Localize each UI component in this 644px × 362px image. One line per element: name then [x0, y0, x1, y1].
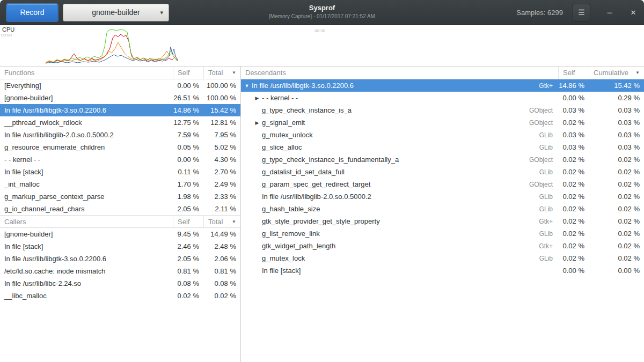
- hamburger-menu-icon: ☰: [578, 9, 585, 16]
- self-percent: 14.86 %: [173, 106, 203, 114]
- functions-row[interactable]: g_resource_enumerate_children0.05 %5.02 …: [0, 141, 240, 153]
- cumulative-percent: 0.02 %: [589, 156, 644, 164]
- descendants-row[interactable]: ▼In file /usr/lib/libgtk-3.so.0.2200.6Gt…: [241, 79, 644, 92]
- self-percent: 0.00 %: [558, 94, 589, 102]
- functions-row[interactable]: _int_malloc1.70 %2.49 %: [0, 178, 240, 190]
- callers-row[interactable]: /etc/ld.so.cache: inode mismatch0.81 %0.…: [0, 265, 240, 277]
- window-subtitle: [Memory Capture] - 01/17/2017 07:21:52 A…: [269, 13, 375, 19]
- collapse-expander-icon[interactable]: ▼: [243, 83, 251, 88]
- descendants-row[interactable]: g_slice_allocGLib0.03 %0.03 %: [241, 141, 644, 153]
- cpu-axis-label: CPU: [2, 26, 14, 33]
- functions-row[interactable]: g_markup_parse_context_parse1.98 %2.33 %: [0, 190, 240, 203]
- close-button[interactable]: ✕: [629, 9, 638, 17]
- function-name: In file /usr/lib/libglib-2.0.so.0.5000.2: [261, 193, 513, 201]
- function-name: /etc/ld.so.cache: inode mismatch: [0, 267, 173, 275]
- callers-row[interactable]: [gnome-builder]9.45 %14.49 %: [0, 228, 240, 240]
- descendants-row[interactable]: g_mutex_lockGLib0.02 %0.02 %: [241, 252, 644, 264]
- descendants-row[interactable]: g_hash_table_sizeGLib0.02 %0.02 %: [241, 203, 644, 215]
- self-percent: 0.08 %: [173, 279, 203, 287]
- self-percent: 0.03 %: [558, 106, 589, 114]
- total-percent: 2.11 %: [203, 205, 240, 213]
- library-tag: Gtk+: [513, 82, 558, 90]
- function-name: In file [stack]: [0, 168, 173, 176]
- expand-expander-icon[interactable]: ▶: [253, 120, 261, 125]
- functions-row[interactable]: In file /usr/lib/libgtk-3.so.0.2200.614.…: [0, 104, 240, 116]
- functions-total-column[interactable]: Total ▼: [203, 67, 240, 79]
- callers-row[interactable]: In file [stack]2.46 %2.48 %: [0, 240, 240, 253]
- callers-row[interactable]: In file /usr/lib/libgtk-3.so.0.2200.62.0…: [0, 253, 240, 265]
- cpu-core-blue: [46, 47, 178, 63]
- function-name: In file /usr/lib/libc-2.24.so: [0, 279, 173, 287]
- callers-self-column[interactable]: Self: [173, 216, 203, 227]
- sysprof-window: Record gnome-builder ▾ Sysprof [Memory C…: [0, 0, 644, 362]
- total-percent: 0.02 %: [203, 292, 240, 300]
- library-tag: Gtk+: [513, 218, 558, 225]
- function-name: [gnome-builder]: [0, 230, 173, 238]
- descendants-row[interactable]: g_mutex_unlockGLib0.03 %0.03 %: [241, 129, 644, 141]
- function-name: g_io_channel_read_chars: [0, 205, 173, 213]
- descendants-row[interactable]: gtk_widget_path_lengthGtk+0.02 %0.02 %: [241, 240, 644, 252]
- function-name: In file /usr/lib/libgtk-3.so.0.2200.6: [0, 255, 173, 263]
- cumulative-percent: 0.02 %: [589, 193, 644, 201]
- descendants-cumulative-label: Cumulative: [594, 69, 628, 77]
- descendants-column-title[interactable]: Descendants: [241, 67, 558, 79]
- callers-total-column[interactable]: Total ▼: [203, 216, 240, 227]
- header-right-controls: Samples: 6299 ☰ ─ ✕: [516, 4, 638, 21]
- expand-expander-icon[interactable]: ▶: [253, 95, 261, 101]
- callers-column-title[interactable]: Callers: [0, 216, 173, 227]
- descendants-row[interactable]: ▶g_signal_emitGObject0.02 %0.03 %: [241, 116, 644, 129]
- function-name: In file /usr/lib/libgtk-3.so.0.2200.6: [0, 106, 173, 114]
- left-pane: Functions Self Total ▼ [Everything]0.00 …: [0, 67, 241, 362]
- descendants-row[interactable]: In file /usr/lib/libglib-2.0.so.0.5000.2…: [241, 190, 644, 203]
- total-percent: 12.81 %: [203, 119, 240, 127]
- descendants-row[interactable]: g_param_spec_get_redirect_targetGObject0…: [241, 178, 644, 190]
- functions-row[interactable]: - - kernel - -0.00 %4.30 %: [0, 153, 240, 166]
- total-percent: 14.49 %: [203, 230, 240, 238]
- functions-row[interactable]: In file [stack]0.11 %2.70 %: [0, 166, 240, 178]
- self-percent: 2.46 %: [173, 242, 203, 250]
- self-percent: 0.00 %: [558, 267, 589, 275]
- function-name: [gnome-builder]: [0, 94, 173, 102]
- library-tag: GLib: [513, 230, 558, 238]
- self-percent: 0.02 %: [558, 205, 589, 213]
- descendants-row[interactable]: g_type_check_instance_is_fundamentally_a…: [241, 153, 644, 166]
- menu-button[interactable]: ☰: [573, 4, 590, 21]
- process-selector-dropdown[interactable]: gnome-builder ▾: [63, 4, 169, 21]
- chevron-down-icon: ▾: [160, 9, 163, 16]
- descendants-row[interactable]: gtk_style_provider_get_style_propertyGtk…: [241, 215, 644, 227]
- library-tag: GLib: [513, 193, 558, 201]
- library-tag: GObject: [513, 156, 558, 164]
- cumulative-percent: 0.02 %: [589, 180, 644, 188]
- cumulative-percent: 0.02 %: [589, 242, 644, 250]
- cumulative-percent: 0.03 %: [589, 106, 644, 114]
- self-percent: 26.51 %: [173, 94, 203, 102]
- minimize-button[interactable]: ─: [605, 9, 614, 17]
- callers-row[interactable]: In file /usr/lib/libc-2.24.so0.08 %0.08 …: [0, 277, 240, 290]
- self-percent: 0.02 %: [558, 156, 589, 164]
- descendants-row[interactable]: g_datalist_id_set_data_fullGLib0.02 %0.0…: [241, 166, 644, 178]
- functions-self-column[interactable]: Self: [173, 67, 203, 79]
- self-percent: 0.02 %: [558, 242, 589, 250]
- cpu-timeline-graph[interactable]: CPU 00:00 00:30: [0, 25, 644, 66]
- functions-row[interactable]: g_io_channel_read_chars2.05 %2.11 %: [0, 203, 240, 215]
- record-button[interactable]: Record: [6, 4, 58, 21]
- library-tag: GObject: [513, 107, 558, 114]
- functions-column-title[interactable]: Functions: [0, 67, 173, 79]
- descendants-row[interactable]: ▶- - kernel - -0.00 %0.29 %: [241, 92, 644, 104]
- descendants-cumulative-column[interactable]: Cumulative ▼: [589, 67, 644, 79]
- descendants-row[interactable]: In file [stack]0.00 %0.00 %: [241, 264, 644, 277]
- descendants-self-column[interactable]: Self: [558, 67, 589, 79]
- callers-row[interactable]: __libc_malloc0.02 %0.02 %: [0, 290, 240, 302]
- function-name: In file [stack]: [0, 242, 173, 250]
- total-percent: 100.00 %: [203, 94, 240, 102]
- functions-total-label: Total: [208, 69, 223, 77]
- total-percent: 2.48 %: [203, 242, 240, 250]
- window-title: Sysprof: [269, 4, 375, 12]
- functions-row[interactable]: In file /usr/lib/libglib-2.0.so.0.5000.2…: [0, 129, 240, 141]
- functions-row[interactable]: [gnome-builder]26.51 %100.00 %: [0, 92, 240, 104]
- descendants-row[interactable]: g_type_check_instance_is_aGObject0.03 %0…: [241, 104, 644, 116]
- functions-row[interactable]: [Everything]0.00 %100.00 %: [0, 79, 240, 92]
- function-name: g_mutex_unlock: [261, 131, 513, 139]
- descendants-row[interactable]: g_list_remove_linkGLib0.02 %0.02 %: [241, 227, 644, 240]
- functions-row[interactable]: __pthread_rwlock_rdlock12.75 %12.81 %: [0, 116, 240, 129]
